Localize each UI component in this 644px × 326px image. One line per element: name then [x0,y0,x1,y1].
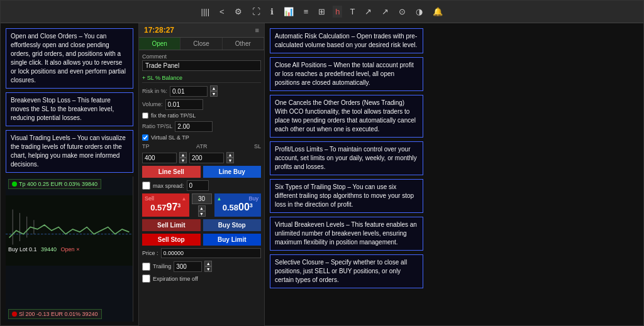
panel-body: Comment + SL % Balance Risk in %: ▲ ▼ [139,50,264,326]
info-box-open-close-text: Open and Close Orders – You can effortle… [11,33,126,84]
right-info-close-all: Close All Positions – When the total acc… [270,57,423,91]
tab-open[interactable]: Open [139,38,180,50]
right-info-auto-risk: Automatic Risk Calculation – Open trades… [270,28,423,53]
right-info-selective-closure-text: Selective Closure – Specify whether to c… [275,259,407,283]
right-info-profit-loss: Profit/Loss Limits – To maintain control… [270,141,423,175]
volume-input[interactable] [165,99,203,110]
toolbar-icon-settings[interactable]: ⚙ [232,6,245,18]
ratio-label: Ratio TP/SL [142,123,172,129]
panel-header: 17:28:27 ≡ [139,23,264,38]
toolbar-icon-bars[interactable]: |||| [199,6,213,18]
btn-line-sell[interactable]: Line Sell [142,166,201,178]
expiry-checkbox[interactable] [142,274,150,283]
toolbar-icon-h[interactable]: h [333,6,342,18]
risk-down-btn[interactable]: ▼ [210,91,218,97]
lot-input[interactable] [192,193,212,204]
lot-up-btn[interactable]: ▲ [198,205,206,211]
fix-ratio-label: fix the ratio TP/SL [151,112,196,119]
tab-close[interactable]: Close [180,38,222,50]
spread-label: max spread: [153,183,184,189]
chart-inner: Tp 400 0.25 EUR 0.03% 39840 [6,177,133,322]
btn-sell-limit[interactable]: Sell Limit [142,219,201,231]
tp-input[interactable] [142,153,177,163]
toolbar-icon-bell[interactable]: 🔔 [430,6,445,18]
toolbar: |||| < ⚙ ⛶ ℹ 📊 ≡ ⊞ h T ↗ ↗ ⊙ ◑ 🔔 [1,1,643,23]
tp-sl-inputs: ▲ ▼ ▲ ▼ [142,152,261,163]
buy-arrow-icon: ▲ [217,196,222,202]
right-info-profit-loss-text: Profit/Loss Limits – To maintain control… [275,146,417,170]
buy-lot-label: Buy Lot 0.1 [8,246,37,253]
toolbar-icon-grid[interactable]: ⊞ [316,6,328,18]
body: Open and Close Orders – You can effortle… [1,23,643,326]
right-info-oco: One Cancels the Other Orders (News Tradi… [270,95,423,138]
risk-spinner: ▲ ▼ [210,85,218,97]
fix-ratio-row: fix the ratio TP/SL [142,112,261,119]
spread-input[interactable] [187,180,209,191]
toolbar-icon-list[interactable]: ≡ [301,6,311,18]
lot-center: ▲ ▼ [192,193,212,217]
toolbar-icon-half-circle[interactable]: ◑ [413,6,425,18]
left-panel: Open and Close Orders – You can effortle… [1,23,139,326]
comment-input[interactable] [142,60,261,71]
sl-up-btn[interactable]: ▲ [226,152,234,158]
tp-down-btn[interactable]: ▼ [179,158,187,163]
buy-box: ▲ Buy 0.58003 [214,193,262,217]
toolbar-icon-camera[interactable]: ⛶ [250,6,263,18]
virtual-sl-tp-row: Virtual SL & TP [142,134,261,141]
trailing-checkbox[interactable] [142,263,150,271]
risk-up-btn[interactable]: ▲ [210,85,218,91]
buy-digits: 00 [238,202,250,212]
btn-line-buy[interactable]: Line Buy [203,166,262,178]
sl-input[interactable] [189,153,224,163]
toolbar-icon-arrow2[interactable]: ↗ [379,6,391,18]
chart-label-top: Tp 400 0.25 EUR 0.03% 39840 [8,179,101,189]
buy-label-text: Buy [248,195,258,202]
toolbar-icon-chart[interactable]: 📊 [281,6,296,18]
risk-input[interactable] [170,86,208,97]
sell-price-main: 0.57 [150,203,166,212]
trailing-up-btn[interactable]: ▲ [204,261,212,266]
buy-lot-value: 39440 [41,246,57,253]
risk-row: Risk in %: ▲ ▼ [142,85,261,97]
btn-buy-limit[interactable]: Buy Limit [203,234,262,246]
trailing-down-btn[interactable]: ▼ [204,266,212,272]
tp-up-btn[interactable]: ▲ [179,152,187,158]
toolbar-icon-text[interactable]: T [347,6,357,18]
info-box-open-close: Open and Close Orders – You can effortle… [6,28,133,89]
expiry-label-text: Expiration time off [153,276,198,282]
trailing-input[interactable] [174,261,202,272]
chart-label-top-text: Tp 400 0.25 EUR 0.03% 39840 [19,181,97,187]
virtual-sl-tp-checkbox[interactable] [142,134,148,141]
toolbar-icon-arrow1[interactable]: ↗ [362,6,374,18]
open-x-label[interactable]: Open × [61,246,80,253]
spread-checkbox[interactable] [142,182,150,190]
right-info-auto-risk-text: Automatic Risk Calculation – Open trades… [275,33,417,48]
buy-mid-label: Buy Lot 0.1 39440 Open × [8,246,79,253]
ratio-input[interactable] [175,121,213,132]
tab-bar: Open Close Other [139,38,264,50]
price-field[interactable] [161,248,261,258]
svg-rect-0 [6,195,133,266]
btn-sell-stop[interactable]: Sell Stop [142,234,201,246]
toolbar-icon-back[interactable]: < [217,6,227,18]
chart-dot-tp [12,182,17,187]
panel-menu-icon[interactable]: ≡ [255,26,259,34]
toolbar-icon-circle[interactable]: ⊙ [396,6,408,18]
right-info-virtual-breakeven: Virtual Breakeven Levels – This feature … [270,217,423,251]
sell-digits: 97 [167,202,178,212]
lot-down-btn[interactable]: ▼ [198,211,206,217]
sell-arrow-icon: ▲ [182,196,187,202]
main-container: |||| < ⚙ ⛶ ℹ 📊 ≡ ⊞ h T ↗ ↗ ⊙ ◑ 🔔 Open an… [0,0,644,326]
toolbar-icon-info[interactable]: ℹ [268,6,276,18]
tab-other[interactable]: Other [223,38,264,50]
right-info-virtual-breakeven-text: Virtual Breakeven Levels – This feature … [275,221,417,246]
fix-ratio-checkbox[interactable] [142,112,148,119]
sl-spinner: ▲ ▼ [226,152,234,163]
trailing-row: Trailing ▲ ▼ [142,261,261,272]
info-box-breakeven-text: Breakeven Stop Loss – This feature moves… [11,97,114,121]
tp-atr-sl-header: TP ATR SL [142,143,261,149]
buy-price-main: 0.58 [223,203,238,212]
expiry-row: Expiration time off [142,274,261,283]
btn-buy-stop[interactable]: Buy Stop [203,219,262,231]
sl-down-btn[interactable]: ▼ [226,158,234,163]
